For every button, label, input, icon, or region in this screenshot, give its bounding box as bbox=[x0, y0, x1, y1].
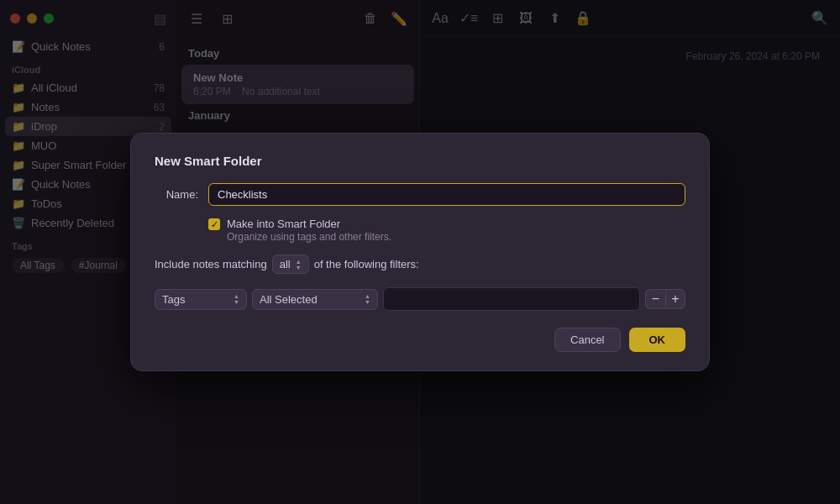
smart-folder-label: Make into Smart Folder bbox=[227, 218, 391, 230]
arrow-up-icon: ▲ bbox=[296, 259, 302, 265]
filter-text-input[interactable] bbox=[383, 287, 640, 311]
smart-folder-checkbox[interactable]: ✓ bbox=[208, 218, 220, 230]
filter-row: Include notes matching all ▲ ▼ of the fo… bbox=[155, 255, 685, 274]
tags-filter-row: Tags ▲ ▼ All Selected ▲ ▼ − + bbox=[155, 287, 685, 311]
all-sel-arrow-up: ▲ bbox=[365, 293, 370, 299]
new-smart-folder-modal: New Smart Folder Name: ✓ Make into Smart… bbox=[130, 133, 710, 371]
name-row: Name: bbox=[155, 183, 685, 206]
ok-button[interactable]: OK bbox=[629, 328, 686, 352]
filter-all-select[interactable]: all ▲ ▼ bbox=[272, 255, 309, 274]
arrow-down-icon: ▼ bbox=[296, 265, 302, 270]
name-label: Name: bbox=[155, 188, 198, 201]
cancel-button[interactable]: Cancel bbox=[554, 328, 620, 352]
tags-select-label: Tags bbox=[162, 293, 185, 306]
modal-title: New Smart Folder bbox=[155, 154, 685, 168]
smart-folder-sublabel: Organize using tags and other filters. bbox=[227, 231, 391, 243]
filter-suffix: of the following filters: bbox=[314, 258, 419, 270]
tags-arrow-down: ▼ bbox=[234, 299, 239, 305]
name-input[interactable] bbox=[208, 183, 685, 206]
tags-arrow-up: ▲ bbox=[234, 293, 239, 299]
all-selected-label: All Selected bbox=[260, 293, 318, 306]
tags-arrows: ▲ ▼ bbox=[234, 293, 239, 305]
remove-filter-button[interactable]: − bbox=[645, 289, 665, 309]
smart-folder-label-group: Make into Smart Folder Organize using ta… bbox=[227, 218, 391, 243]
tags-dropdown[interactable]: Tags ▲ ▼ bbox=[155, 289, 247, 310]
all-sel-arrow-down: ▼ bbox=[365, 299, 370, 305]
all-arrows: ▲ ▼ bbox=[296, 259, 302, 270]
include-label: Include notes matching bbox=[155, 258, 267, 270]
filter-all-value: all bbox=[280, 258, 291, 270]
add-remove-buttons: − + bbox=[645, 289, 685, 309]
modal-overlay: New Smart Folder Name: ✓ Make into Smart… bbox=[0, 0, 840, 504]
all-selected-dropdown[interactable]: All Selected ▲ ▼ bbox=[252, 289, 378, 310]
smart-folder-checkbox-row: ✓ Make into Smart Folder Organize using … bbox=[208, 218, 685, 243]
add-filter-button[interactable]: + bbox=[665, 289, 685, 309]
all-selected-arrows: ▲ ▼ bbox=[365, 293, 370, 305]
modal-buttons: Cancel OK bbox=[155, 328, 685, 352]
